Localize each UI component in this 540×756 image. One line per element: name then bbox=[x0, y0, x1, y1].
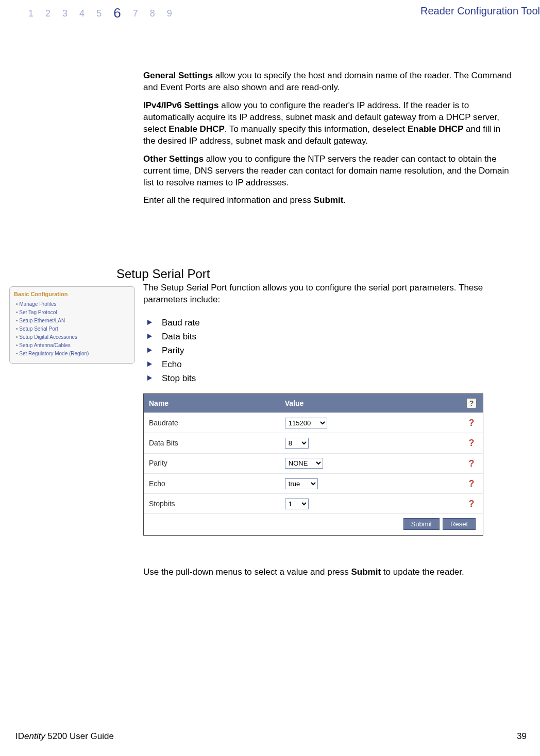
chapter-nav-4[interactable]: 4 bbox=[79, 8, 86, 19]
chapter-nav-2[interactable]: 2 bbox=[45, 8, 52, 19]
list-item-stop-bits: Stop bits bbox=[147, 373, 508, 385]
reset-button[interactable]: Reset bbox=[443, 518, 476, 530]
page-number: 39 bbox=[517, 731, 527, 743]
sidebar-item-set-regulatory-mode[interactable]: Set Regulatory Mode (Region) bbox=[16, 350, 130, 358]
row-label-echo: Echo bbox=[144, 473, 280, 493]
list-item-echo: Echo bbox=[147, 359, 508, 371]
chapter-nav-3[interactable]: 3 bbox=[62, 8, 69, 19]
echo-select[interactable]: true bbox=[285, 478, 318, 489]
baudrate-select[interactable]: 115200 bbox=[285, 418, 327, 428]
sidebar-item-setup-serial-port[interactable]: Setup Serial Port bbox=[16, 325, 130, 333]
paragraph-ip-settings: IPv4/IPv6 Settings allow you to configur… bbox=[143, 100, 513, 147]
row-label-stopbits: Stopbits bbox=[144, 494, 280, 514]
table-row-databits: Data Bits 8 ? bbox=[144, 433, 483, 453]
list-item-baud-rate: Baud rate bbox=[147, 317, 508, 329]
form-footer: Submit Reset bbox=[144, 513, 483, 535]
chapter-nav-9[interactable]: 9 bbox=[167, 8, 173, 19]
closing-post: to update the reader. bbox=[381, 567, 464, 577]
column-header-value: Value bbox=[280, 394, 460, 413]
ip-settings-label: IPv4/IPv6 Settings bbox=[143, 100, 218, 110]
table-row-parity: Parity NONE ? bbox=[144, 453, 483, 473]
paragraph-other-settings: Other Settings allow you to configure th… bbox=[143, 153, 513, 189]
sidebar-item-set-tag-protocol[interactable]: Set Tag Protocol bbox=[16, 308, 130, 317]
section-intro-text: The Setup Serial Port function allows yo… bbox=[143, 282, 509, 306]
row-label-databits: Data Bits bbox=[144, 433, 280, 453]
sidebar-title: Basic Configuration bbox=[14, 290, 130, 299]
submit-instruction-pre: Enter all the required information and p… bbox=[143, 195, 314, 205]
column-header-help: ? bbox=[460, 394, 483, 413]
closing-instruction: Use the pull-down menus to select a valu… bbox=[143, 566, 509, 578]
list-item-parity: Parity bbox=[147, 345, 508, 357]
paragraph-general-settings: General Settings allow you to specify th… bbox=[143, 70, 513, 94]
table-row-baudrate: Baudrate 115200 ? bbox=[144, 413, 483, 433]
ip-settings-text-2: . To manually specify this information, … bbox=[225, 124, 408, 134]
page-title: Reader Configuration Tool bbox=[420, 4, 540, 18]
parameter-list: Baud rate Data bits Parity Echo Stop bit… bbox=[147, 315, 508, 387]
chapter-nav-8[interactable]: 8 bbox=[150, 8, 156, 19]
databits-select[interactable]: 8 bbox=[285, 438, 309, 449]
sidebar-item-manage-profiles[interactable]: Manage Profiles bbox=[16, 300, 130, 308]
serial-port-form: Name Value ? Baudrate 115200 ? Data Bits… bbox=[143, 393, 483, 536]
help-parity[interactable]: ? bbox=[460, 453, 483, 473]
general-settings-label: General Settings bbox=[143, 71, 213, 80]
intro-paragraphs: General Settings allow you to specify th… bbox=[143, 70, 513, 213]
footer-guide-title: IDentity 5200 User Guide bbox=[15, 731, 114, 743]
chapter-nav-7[interactable]: 7 bbox=[133, 8, 139, 19]
page-header: 1 2 3 4 5 6 7 8 9 Reader Configuration T… bbox=[0, 3, 540, 21]
chapter-nav-6[interactable]: 6 bbox=[113, 5, 122, 21]
list-item-data-bits: Data bits bbox=[147, 331, 508, 343]
column-header-name: Name bbox=[144, 394, 280, 413]
other-settings-label: Other Settings bbox=[143, 154, 204, 164]
help-stopbits[interactable]: ? bbox=[460, 494, 483, 514]
closing-pre: Use the pull-down menus to select a valu… bbox=[143, 567, 351, 577]
page-footer: IDentity 5200 User Guide 39 bbox=[15, 731, 527, 743]
help-baudrate[interactable]: ? bbox=[460, 413, 483, 433]
footer-id: ID bbox=[15, 731, 24, 741]
chapter-nav: 1 2 3 4 5 6 7 8 9 bbox=[25, 3, 177, 21]
help-icon[interactable]: ? bbox=[466, 398, 477, 408]
paragraph-submit-instruction: Enter all the required information and p… bbox=[143, 195, 513, 207]
submit-instruction-post: . bbox=[343, 195, 346, 205]
chapter-nav-1[interactable]: 1 bbox=[28, 8, 35, 19]
row-label-parity: Parity bbox=[144, 453, 280, 473]
enable-dhcp-label-1: Enable DHCP bbox=[168, 124, 225, 134]
stopbits-select[interactable]: 1 bbox=[285, 499, 309, 509]
chapter-nav-5[interactable]: 5 bbox=[96, 8, 103, 19]
section-heading-setup-serial-port: Setup Serial Port bbox=[116, 266, 210, 282]
sidebar-basic-configuration: Basic Configuration Manage Profiles Set … bbox=[9, 286, 135, 364]
enable-dhcp-label-2: Enable DHCP bbox=[408, 124, 464, 134]
footer-rest: 5200 User Guide bbox=[45, 731, 114, 741]
submit-label: Submit bbox=[314, 195, 344, 205]
section-intro: The Setup Serial Port function allows yo… bbox=[143, 282, 509, 313]
table-row-stopbits: Stopbits 1 ? bbox=[144, 494, 483, 514]
sidebar-item-setup-ethernet[interactable]: Setup Ethernet/LAN bbox=[16, 317, 130, 325]
footer-entity: entity bbox=[24, 731, 45, 741]
row-label-baudrate: Baudrate bbox=[144, 413, 280, 433]
sidebar-item-setup-digital-accessories[interactable]: Setup Digital Accessories bbox=[16, 333, 130, 341]
help-echo[interactable]: ? bbox=[460, 473, 483, 493]
table-row-echo: Echo true ? bbox=[144, 473, 483, 493]
sidebar-item-setup-antenna-cables[interactable]: Setup Antenna/Cables bbox=[16, 341, 130, 350]
submit-button[interactable]: Submit bbox=[403, 518, 440, 530]
parity-select[interactable]: NONE bbox=[285, 458, 323, 469]
help-databits[interactable]: ? bbox=[460, 433, 483, 453]
closing-submit-label: Submit bbox=[351, 567, 381, 577]
